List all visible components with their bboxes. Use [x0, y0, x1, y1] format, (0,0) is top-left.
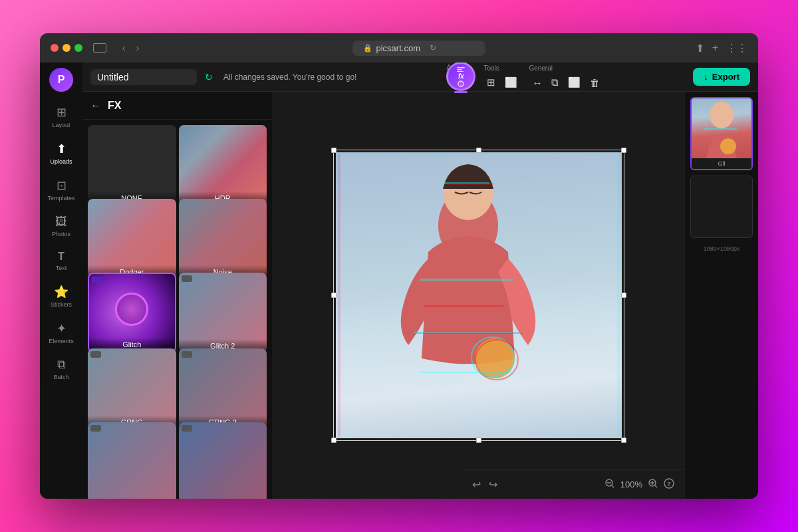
sidebar-label-uploads: Uploads: [50, 158, 72, 165]
duplicate-button[interactable]: ⧉: [548, 74, 562, 90]
export-button[interactable]: ↓ Export: [693, 68, 750, 86]
back-button[interactable]: ‹: [120, 41, 128, 55]
grid-icon[interactable]: ⋮⋮: [726, 42, 747, 55]
fx-item-9[interactable]: [88, 422, 176, 499]
svg-rect-1: [457, 69, 462, 70]
general-section: General ↔ ⧉ ⬜ 🗑: [529, 65, 603, 90]
figure-svg: [362, 159, 575, 438]
adjust-section: Adjust fx: [446, 64, 475, 91]
app-logo: P: [49, 68, 73, 92]
browser-chrome: ‹ › 🔒 picsart.com ↻ ⬆ + ⋮⋮: [40, 33, 758, 63]
forward-button[interactable]: ›: [134, 41, 142, 55]
left-sidebar: P ⊞ Layout ⬆ Uploads ⊡ Templates 🖼 Photo…: [40, 63, 82, 499]
sidebar-label-stickers: Stickers: [51, 301, 72, 308]
sidebar-item-text[interactable]: T Text: [43, 245, 79, 277]
thumbnail-empty[interactable]: [690, 176, 753, 238]
tools-section: Tools ⊞ ⬜: [483, 65, 521, 90]
sidebar-item-uploads[interactable]: ⬆ Uploads: [43, 136, 79, 170]
tools-label: Tools: [483, 65, 521, 72]
fx-item-none[interactable]: NONE: [88, 125, 176, 205]
fx-item-hdr[interactable]: HDR: [179, 125, 267, 205]
crop-tool-button[interactable]: ⊞: [483, 74, 499, 90]
sidebar-toggle-icon[interactable]: [93, 43, 106, 53]
handle-top-right[interactable]: [621, 148, 626, 153]
elements-icon: ✦: [57, 321, 66, 336]
fx-item-10[interactable]: [179, 422, 267, 499]
maximize-button[interactable]: [74, 44, 82, 52]
sidebar-item-stickers[interactable]: ⭐ Stickers: [43, 279, 79, 313]
zoom-in-icon: [648, 478, 658, 489]
sidebar-label-layout: Layout: [52, 122, 70, 128]
fx-panel: ← FX NONE HDR: [82, 92, 272, 499]
stickers-icon: ⭐: [54, 285, 68, 299]
svg-rect-10: [424, 305, 503, 307]
help-button[interactable]: ?: [664, 478, 674, 491]
lock-icon: 🔒: [363, 44, 372, 53]
zoom-controls: 100%: [604, 478, 674, 491]
svg-line-19: [612, 485, 614, 487]
undo-button[interactable]: ↩: [472, 478, 481, 491]
canvas-area[interactable]: ‹: [272, 92, 685, 499]
fx-item-grng[interactable]: GRNG: [88, 348, 176, 428]
fx-item-glitch[interactable]: Glitch: [88, 273, 176, 352]
flip-button[interactable]: ↔: [529, 74, 545, 90]
sidebar-label-elements: Elements: [49, 338, 74, 344]
sidebar-item-layout[interactable]: ⊞ Layout: [43, 100, 79, 134]
fx-glitch-badge: [92, 277, 102, 283]
sidebar-item-batch[interactable]: ⧉ Batch: [43, 352, 79, 386]
zoom-out-button[interactable]: [604, 478, 615, 491]
sidebar-item-templates[interactable]: ⊡ Templates: [43, 173, 79, 207]
fx-panel-header: ← FX: [82, 92, 272, 120]
zoom-out-icon: [604, 478, 615, 489]
fx-grng-badge: [90, 351, 101, 358]
sidebar-item-elements[interactable]: ✦ Elements: [43, 316, 79, 350]
handle-mid-right[interactable]: [621, 293, 626, 298]
svg-rect-2: [457, 71, 464, 72]
export-label: Export: [712, 72, 739, 82]
size-label: 1080×1080px: [690, 243, 753, 254]
url-bar[interactable]: 🔒 picsart.com ↻: [352, 41, 485, 56]
handle-bottom-mid[interactable]: [476, 438, 481, 443]
svg-rect-28: [704, 128, 737, 130]
fx-panel-title: FX: [108, 100, 121, 112]
delete-button[interactable]: 🗑: [587, 74, 603, 90]
thumbnail-label: Gli: [692, 158, 751, 169]
fx-grng2-badge: [182, 351, 192, 358]
fx-item-glitch2[interactable]: Glitch 2: [179, 273, 267, 352]
sidebar-item-photos[interactable]: 🖼 Photos: [43, 209, 79, 243]
add-tab-icon[interactable]: +: [712, 42, 718, 54]
thumbnail-gli[interactable]: Gli: [690, 97, 753, 170]
right-panel: Gli 1080×1080px: [685, 92, 758, 499]
photos-icon: 🖼: [55, 215, 67, 229]
resize-button[interactable]: ⬜: [565, 74, 584, 90]
project-name-input[interactable]: [90, 69, 197, 85]
svg-rect-16: [420, 372, 513, 373]
sidebar-label-text: Text: [56, 265, 67, 271]
sync-button[interactable]: ↻: [205, 72, 213, 82]
handle-bottom-right[interactable]: [621, 438, 626, 443]
zoom-in-button[interactable]: [648, 478, 658, 491]
fx-circle-selector[interactable]: fx: [446, 63, 475, 91]
share-icon[interactable]: ⬆: [696, 42, 704, 55]
svg-line-23: [655, 485, 657, 487]
handle-bottom-left[interactable]: [331, 438, 336, 443]
top-bar: ↻ All changes saved. You're good to go! …: [82, 63, 758, 92]
canvas-container: [336, 152, 622, 438]
redo-button[interactable]: ↪: [489, 478, 497, 491]
photo-canvas: [336, 152, 622, 438]
sidebar-label-templates: Templates: [47, 195, 74, 201]
minimize-button[interactable]: [63, 44, 70, 52]
fx-10-badge: [182, 425, 192, 432]
sidebar-label-photos: Photos: [52, 231, 70, 237]
fx-item-dodger[interactable]: Dodger: [88, 199, 176, 279]
fx-item-noise[interactable]: Noise: [179, 199, 267, 279]
url-text: picsart.com: [376, 43, 420, 53]
svg-point-26: [710, 102, 733, 128]
fx-back-button[interactable]: ←: [90, 100, 101, 112]
fx-item-grng2[interactable]: GRNG 2: [179, 348, 267, 428]
thumbnail-image: [692, 98, 751, 158]
svg-point-27: [720, 138, 736, 154]
close-button[interactable]: [51, 44, 59, 52]
trim-tool-button[interactable]: ⬜: [501, 74, 521, 90]
browser-actions: ⬆ + ⋮⋮: [696, 42, 747, 55]
